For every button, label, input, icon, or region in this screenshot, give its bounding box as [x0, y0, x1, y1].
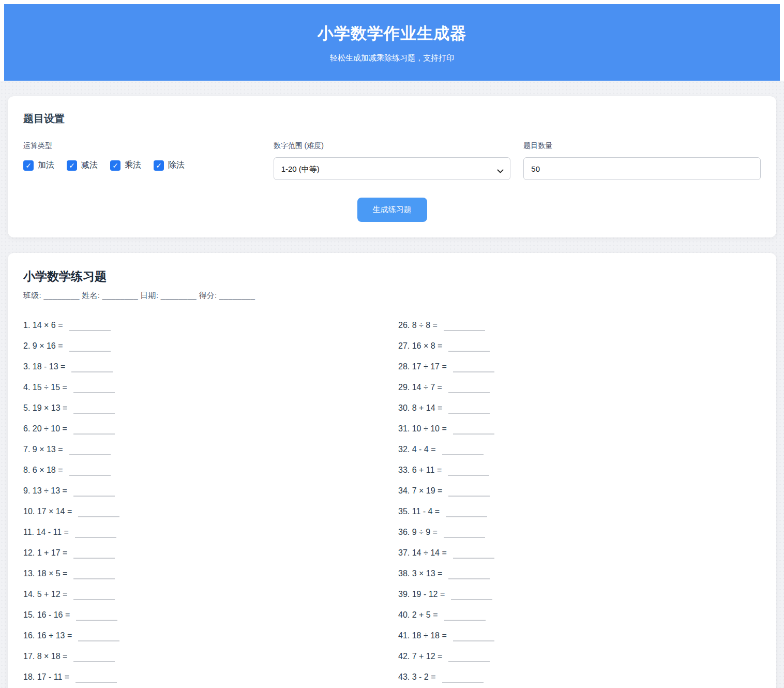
answer-line [448, 470, 489, 476]
problem-text: 37. 14 ÷ 14 = [398, 548, 447, 558]
problem-text: 35. 11 - 4 = [398, 507, 440, 516]
button-row: 生成练习题 [23, 198, 761, 222]
answer-line [73, 408, 115, 414]
problem-text: 12. 1 + 17 = [23, 548, 67, 558]
operation-checkbox[interactable]: ✓ 乘法 [110, 160, 141, 171]
answer-line [453, 552, 494, 559]
problem-text: 14. 5 + 12 = [23, 590, 67, 599]
problem-item: 40. 2 + 5 = [398, 605, 761, 625]
problem-item: 8. 6 × 18 = [23, 460, 386, 481]
problem-item: 30. 8 + 14 = [398, 398, 761, 418]
problem-item: 9. 13 ÷ 13 = [23, 481, 386, 501]
settings-grid: 运算类型 ✓ 加法 ✓ 减法 [23, 141, 761, 180]
operation-checkbox[interactable]: ✓ 减法 [67, 160, 98, 171]
problem-item: 14. 5 + 12 = [23, 584, 386, 605]
problem-text: 15. 16 - 16 = [23, 610, 70, 620]
answer-line [451, 594, 492, 600]
answer-line [442, 449, 484, 455]
problem-text: 4. 15 ÷ 15 = [23, 383, 67, 392]
operation-label: 减法 [81, 160, 98, 171]
problem-item: 39. 19 - 12 = [398, 584, 761, 605]
problem-text: 5. 19 × 13 = [23, 403, 67, 413]
problem-text: 31. 10 ÷ 10 = [398, 424, 447, 433]
worksheet-title: 小学数学练习题 [23, 268, 761, 285]
problem-item: 2. 9 × 16 = [23, 336, 386, 356]
count-input[interactable] [523, 157, 761, 180]
generate-button[interactable]: 生成练习题 [357, 198, 427, 222]
count-label: 题目数量 [523, 141, 761, 151]
problem-item: 6. 20 ÷ 10 = [23, 418, 386, 439]
app-subtitle: 轻松生成加减乘除练习题，支持打印 [4, 53, 780, 63]
problem-text: 32. 4 - 4 = [398, 445, 436, 454]
problem-text: 42. 7 + 12 = [398, 652, 442, 661]
problem-item: 18. 17 - 11 = [23, 667, 386, 687]
problem-item: 31. 10 ÷ 10 = [398, 418, 761, 439]
worksheet-card: 小学数学练习题 班级: ________ 姓名: ________ 日期: __… [8, 253, 776, 688]
answer-line [73, 428, 115, 435]
checked-checkbox-icon[interactable]: ✓ [110, 160, 120, 171]
range-select-wrap: 1-20 (中等) [274, 157, 511, 180]
problems-grid: 1. 14 × 6 = 2. 9 × 16 = 3. 18 - 13 = [23, 315, 761, 688]
problem-item: 34. 7 × 19 = [398, 481, 761, 501]
problem-item: 26. 8 ÷ 8 = [398, 315, 761, 336]
answer-line [448, 656, 490, 662]
problem-text: 33. 6 + 11 = [398, 466, 442, 475]
answer-line [73, 387, 115, 393]
problem-text: 17. 8 × 18 = [23, 652, 67, 661]
problem-text: 30. 8 + 14 = [398, 403, 442, 413]
problem-item: 11. 14 - 11 = [23, 522, 386, 543]
range-label: 数字范围 (难度) [274, 141, 511, 151]
answer-line [446, 511, 487, 517]
checked-checkbox-icon[interactable]: ✓ [67, 160, 77, 171]
operation-checkbox[interactable]: ✓ 除法 [154, 160, 185, 171]
worksheet-info-line: 班级: ________ 姓名: ________ 日期: ________ 得… [23, 291, 761, 301]
range-field: 数字范围 (难度) 1-20 (中等) [274, 141, 511, 180]
page-header: 小学数学作业生成器 轻松生成加减乘除练习题，支持打印 [4, 4, 780, 81]
problem-text: 26. 8 ÷ 8 = [398, 321, 438, 330]
answer-line [453, 428, 494, 435]
count-field: 题目数量 [523, 141, 761, 180]
problem-text: 38. 3 × 13 = [398, 569, 442, 578]
operation-checkbox[interactable]: ✓ 加法 [23, 160, 54, 171]
operations-field: 运算类型 ✓ 加法 ✓ 减法 [23, 141, 261, 180]
operation-label: 加法 [38, 160, 54, 171]
problem-item: 12. 1 + 17 = [23, 543, 386, 563]
problem-item: 27. 16 × 8 = [398, 336, 761, 356]
problems-column-right: 26. 8 ÷ 8 = 27. 16 × 8 = 28. 17 ÷ 17 = [398, 315, 761, 688]
problem-text: 7. 9 × 13 = [23, 445, 63, 454]
problem-item: 16. 16 + 13 = [23, 625, 386, 646]
page-content: 题目设置 运算类型 ✓ 加法 ✓ 减法 [0, 81, 784, 688]
answer-line [73, 490, 115, 497]
problems-column-left: 1. 14 × 6 = 2. 9 × 16 = 3. 18 - 13 = [23, 315, 386, 688]
answer-line [71, 366, 113, 372]
answer-line [444, 325, 485, 331]
answer-line [78, 635, 119, 641]
answer-line [444, 615, 486, 621]
operations-checkbox-group: ✓ 加法 ✓ 减法 ✓ 乘法 [23, 160, 261, 171]
problem-text: 11. 14 - 11 = [23, 528, 69, 537]
problem-item: 3. 18 - 13 = [23, 356, 386, 377]
answer-line [73, 594, 115, 600]
problem-text: 34. 7 × 19 = [398, 486, 442, 496]
settings-title: 题目设置 [23, 112, 761, 126]
problem-text: 27. 16 × 8 = [398, 341, 442, 351]
answer-line [448, 346, 490, 352]
problem-item: 33. 6 + 11 = [398, 460, 761, 481]
answer-line [442, 677, 484, 683]
problem-item: 38. 3 × 13 = [398, 563, 761, 584]
operation-label: 乘法 [125, 160, 141, 171]
problem-text: 6. 20 ÷ 10 = [23, 424, 67, 433]
problem-text: 41. 18 ÷ 18 = [398, 631, 447, 640]
answer-line [69, 449, 111, 455]
answer-line [444, 532, 485, 538]
problem-text: 39. 19 - 12 = [398, 590, 445, 599]
problem-text: 3. 18 - 13 = [23, 362, 65, 371]
checked-checkbox-icon[interactable]: ✓ [154, 160, 164, 171]
checked-checkbox-icon[interactable]: ✓ [23, 160, 34, 171]
problem-text: 43. 3 - 2 = [398, 672, 436, 682]
operations-label: 运算类型 [23, 141, 261, 151]
range-select[interactable]: 1-20 (中等) [274, 157, 511, 180]
problem-item: 29. 14 ÷ 7 = [398, 377, 761, 398]
answer-line [76, 615, 117, 621]
problem-item: 1. 14 × 6 = [23, 315, 386, 336]
